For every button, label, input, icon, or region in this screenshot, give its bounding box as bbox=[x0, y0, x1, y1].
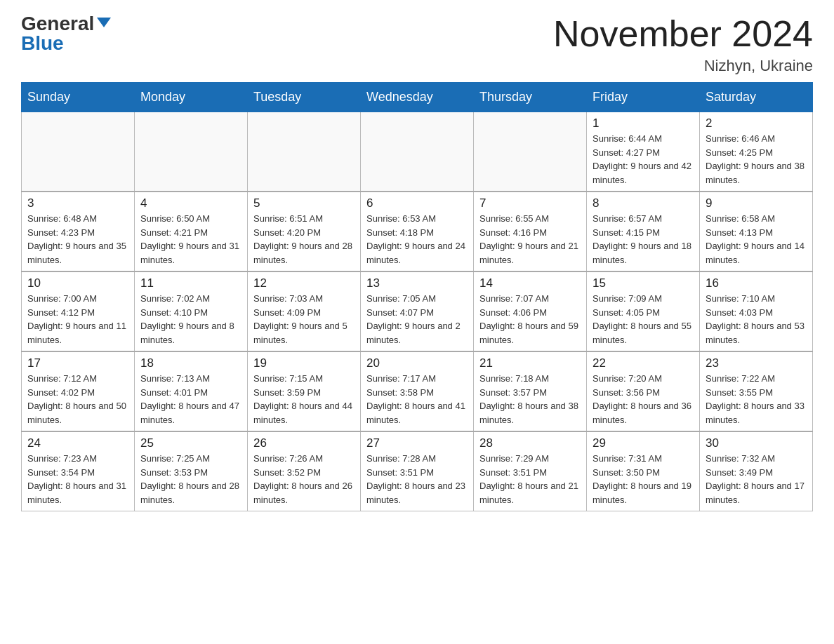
day-number: 19 bbox=[253, 356, 355, 370]
logo-blue-text: Blue bbox=[21, 34, 64, 53]
day-number: 16 bbox=[706, 276, 807, 290]
day-number: 23 bbox=[706, 356, 807, 370]
day-number: 5 bbox=[253, 196, 355, 210]
day-number: 12 bbox=[253, 276, 355, 290]
day-number: 22 bbox=[593, 356, 694, 370]
day-info: Sunrise: 7:13 AMSunset: 4:01 PMDaylight:… bbox=[140, 372, 241, 427]
day-info: Sunrise: 6:44 AMSunset: 4:27 PMDaylight:… bbox=[593, 132, 694, 187]
day-info: Sunrise: 7:32 AMSunset: 3:49 PMDaylight:… bbox=[706, 452, 807, 507]
logo-triangle-icon bbox=[97, 18, 111, 27]
day-number: 20 bbox=[366, 356, 468, 370]
calendar-day-cell: 1Sunrise: 6:44 AMSunset: 4:27 PMDaylight… bbox=[587, 112, 700, 192]
day-number: 21 bbox=[479, 356, 581, 370]
day-header-monday: Monday bbox=[135, 83, 248, 112]
calendar-day-cell: 23Sunrise: 7:22 AMSunset: 3:55 PMDayligh… bbox=[700, 351, 813, 431]
day-number: 30 bbox=[706, 436, 807, 450]
day-number: 10 bbox=[27, 276, 128, 290]
calendar-day-cell: 7Sunrise: 6:55 AMSunset: 4:16 PMDaylight… bbox=[474, 192, 587, 271]
calendar-day-cell: 25Sunrise: 7:25 AMSunset: 3:53 PMDayligh… bbox=[135, 431, 248, 511]
day-info: Sunrise: 7:02 AMSunset: 4:10 PMDaylight:… bbox=[140, 292, 241, 347]
day-info: Sunrise: 7:05 AMSunset: 4:07 PMDaylight:… bbox=[366, 292, 468, 347]
day-info: Sunrise: 7:29 AMSunset: 3:51 PMDaylight:… bbox=[479, 452, 581, 507]
day-header-friday: Friday bbox=[587, 83, 700, 112]
calendar-day-cell: 2Sunrise: 6:46 AMSunset: 4:25 PMDaylight… bbox=[700, 112, 813, 192]
calendar-day-cell bbox=[248, 112, 361, 192]
calendar-week-row: 1Sunrise: 6:44 AMSunset: 4:27 PMDaylight… bbox=[22, 112, 813, 192]
day-info: Sunrise: 7:22 AMSunset: 3:55 PMDaylight:… bbox=[706, 372, 807, 427]
calendar-day-cell: 19Sunrise: 7:15 AMSunset: 3:59 PMDayligh… bbox=[248, 351, 361, 431]
day-number: 4 bbox=[140, 196, 241, 210]
calendar-day-cell: 5Sunrise: 6:51 AMSunset: 4:20 PMDaylight… bbox=[248, 192, 361, 271]
day-number: 26 bbox=[253, 436, 355, 450]
calendar-day-cell: 20Sunrise: 7:17 AMSunset: 3:58 PMDayligh… bbox=[361, 351, 474, 431]
logo: General Blue bbox=[21, 14, 111, 53]
day-info: Sunrise: 6:46 AMSunset: 4:25 PMDaylight:… bbox=[706, 132, 807, 187]
day-number: 17 bbox=[27, 356, 128, 370]
calendar-day-cell: 6Sunrise: 6:53 AMSunset: 4:18 PMDaylight… bbox=[361, 192, 474, 271]
page-header: General Blue November 2024 Nizhyn, Ukrai… bbox=[21, 14, 813, 75]
calendar-day-cell: 29Sunrise: 7:31 AMSunset: 3:50 PMDayligh… bbox=[587, 431, 700, 511]
day-info: Sunrise: 7:15 AMSunset: 3:59 PMDaylight:… bbox=[253, 372, 355, 427]
calendar-week-row: 17Sunrise: 7:12 AMSunset: 4:02 PMDayligh… bbox=[22, 351, 813, 431]
location-text: Nizhyn, Ukraine bbox=[553, 57, 813, 75]
day-info: Sunrise: 6:50 AMSunset: 4:21 PMDaylight:… bbox=[140, 212, 241, 267]
calendar-week-row: 24Sunrise: 7:23 AMSunset: 3:54 PMDayligh… bbox=[22, 431, 813, 511]
calendar-week-row: 3Sunrise: 6:48 AMSunset: 4:23 PMDaylight… bbox=[22, 192, 813, 271]
day-number: 7 bbox=[479, 196, 581, 210]
calendar-day-cell: 14Sunrise: 7:07 AMSunset: 4:06 PMDayligh… bbox=[474, 271, 587, 351]
title-section: November 2024 Nizhyn, Ukraine bbox=[553, 14, 813, 75]
calendar-day-cell: 21Sunrise: 7:18 AMSunset: 3:57 PMDayligh… bbox=[474, 351, 587, 431]
calendar-day-cell bbox=[474, 112, 587, 192]
day-number: 6 bbox=[366, 196, 468, 210]
day-info: Sunrise: 7:18 AMSunset: 3:57 PMDaylight:… bbox=[479, 372, 581, 427]
day-header-wednesday: Wednesday bbox=[361, 83, 474, 112]
calendar-day-cell bbox=[22, 112, 135, 192]
day-info: Sunrise: 7:23 AMSunset: 3:54 PMDaylight:… bbox=[27, 452, 128, 507]
calendar-table: SundayMondayTuesdayWednesdayThursdayFrid… bbox=[21, 82, 813, 511]
calendar-header-row: SundayMondayTuesdayWednesdayThursdayFrid… bbox=[22, 83, 813, 112]
calendar-day-cell: 18Sunrise: 7:13 AMSunset: 4:01 PMDayligh… bbox=[135, 351, 248, 431]
day-number: 18 bbox=[140, 356, 241, 370]
calendar-day-cell: 22Sunrise: 7:20 AMSunset: 3:56 PMDayligh… bbox=[587, 351, 700, 431]
day-info: Sunrise: 7:12 AMSunset: 4:02 PMDaylight:… bbox=[27, 372, 128, 427]
day-number: 11 bbox=[140, 276, 241, 290]
day-info: Sunrise: 7:26 AMSunset: 3:52 PMDaylight:… bbox=[253, 452, 355, 507]
calendar-day-cell: 9Sunrise: 6:58 AMSunset: 4:13 PMDaylight… bbox=[700, 192, 813, 271]
calendar-day-cell: 8Sunrise: 6:57 AMSunset: 4:15 PMDaylight… bbox=[587, 192, 700, 271]
day-info: Sunrise: 6:51 AMSunset: 4:20 PMDaylight:… bbox=[253, 212, 355, 267]
day-info: Sunrise: 7:20 AMSunset: 3:56 PMDaylight:… bbox=[593, 372, 694, 427]
day-number: 3 bbox=[27, 196, 128, 210]
month-title: November 2024 bbox=[553, 14, 813, 54]
day-number: 24 bbox=[27, 436, 128, 450]
day-info: Sunrise: 7:28 AMSunset: 3:51 PMDaylight:… bbox=[366, 452, 468, 507]
day-number: 9 bbox=[706, 196, 807, 210]
day-number: 2 bbox=[706, 116, 807, 130]
day-number: 27 bbox=[366, 436, 468, 450]
day-number: 25 bbox=[140, 436, 241, 450]
day-info: Sunrise: 7:00 AMSunset: 4:12 PMDaylight:… bbox=[27, 292, 128, 347]
day-header-tuesday: Tuesday bbox=[248, 83, 361, 112]
day-number: 29 bbox=[593, 436, 694, 450]
day-info: Sunrise: 6:53 AMSunset: 4:18 PMDaylight:… bbox=[366, 212, 468, 267]
day-header-saturday: Saturday bbox=[700, 83, 813, 112]
calendar-day-cell: 24Sunrise: 7:23 AMSunset: 3:54 PMDayligh… bbox=[22, 431, 135, 511]
calendar-day-cell bbox=[361, 112, 474, 192]
calendar-day-cell: 4Sunrise: 6:50 AMSunset: 4:21 PMDaylight… bbox=[135, 192, 248, 271]
day-number: 15 bbox=[593, 276, 694, 290]
logo-general-text: General bbox=[21, 14, 94, 34]
day-info: Sunrise: 6:57 AMSunset: 4:15 PMDaylight:… bbox=[593, 212, 694, 267]
day-number: 8 bbox=[593, 196, 694, 210]
day-number: 13 bbox=[366, 276, 468, 290]
day-info: Sunrise: 7:25 AMSunset: 3:53 PMDaylight:… bbox=[140, 452, 241, 507]
day-header-sunday: Sunday bbox=[22, 83, 135, 112]
day-info: Sunrise: 7:07 AMSunset: 4:06 PMDaylight:… bbox=[479, 292, 581, 347]
day-header-thursday: Thursday bbox=[474, 83, 587, 112]
day-info: Sunrise: 6:48 AMSunset: 4:23 PMDaylight:… bbox=[27, 212, 128, 267]
day-info: Sunrise: 7:17 AMSunset: 3:58 PMDaylight:… bbox=[366, 372, 468, 427]
day-info: Sunrise: 7:10 AMSunset: 4:03 PMDaylight:… bbox=[706, 292, 807, 347]
calendar-day-cell: 15Sunrise: 7:09 AMSunset: 4:05 PMDayligh… bbox=[587, 271, 700, 351]
calendar-day-cell: 13Sunrise: 7:05 AMSunset: 4:07 PMDayligh… bbox=[361, 271, 474, 351]
calendar-day-cell: 16Sunrise: 7:10 AMSunset: 4:03 PMDayligh… bbox=[700, 271, 813, 351]
day-number: 28 bbox=[479, 436, 581, 450]
calendar-day-cell: 12Sunrise: 7:03 AMSunset: 4:09 PMDayligh… bbox=[248, 271, 361, 351]
